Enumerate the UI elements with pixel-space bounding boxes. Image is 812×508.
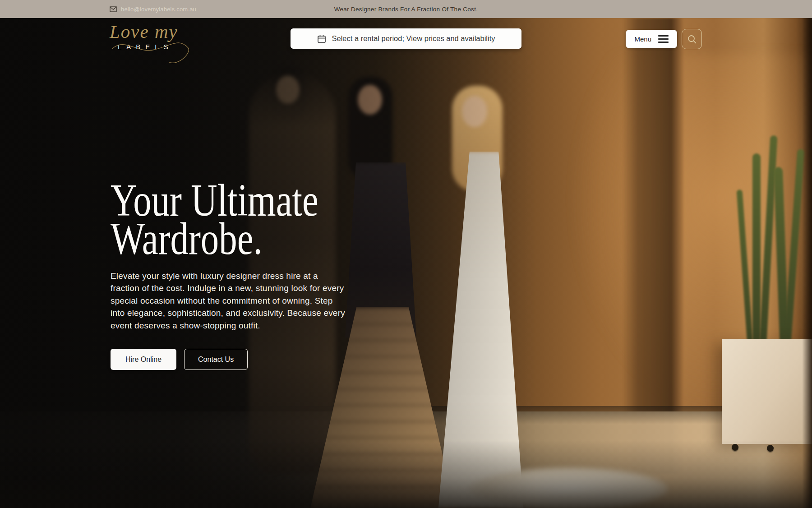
plant-stem — [752, 153, 761, 352]
rental-period-button[interactable]: Select a rental period; View prices and … — [291, 28, 521, 49]
mannequin-left-hair — [271, 67, 307, 121]
right-shadow-edge — [802, 18, 812, 508]
plant-stem — [774, 167, 789, 352]
model-right-hair — [452, 86, 503, 192]
calendar-icon — [317, 34, 326, 43]
logo[interactable]: Love my LABELS — [110, 23, 195, 51]
planter-wheel — [767, 445, 774, 452]
floor-shadow — [0, 406, 812, 424]
search-button[interactable] — [682, 29, 702, 49]
hero-section: Love my LABELS Select a rental period; V… — [0, 18, 812, 508]
page-title: Your Ultimate Wardrobe. — [111, 175, 327, 258]
cta-row: Hire Online Contact Us — [111, 349, 381, 370]
model-right-head — [462, 96, 487, 127]
topbar-tagline: Wear Designer Brands For A Fraction Of T… — [334, 0, 478, 18]
bottom-vignette — [0, 440, 812, 508]
floor — [0, 411, 812, 508]
search-icon — [687, 34, 697, 44]
hero-description: Elevate your style with luxury designer … — [111, 270, 349, 332]
menu-button[interactable]: Menu — [626, 30, 677, 48]
topbar: hello@lovemylabels.com.au Wear Designer … — [0, 0, 812, 18]
wall-light-glow — [568, 54, 812, 415]
contact-us-button[interactable]: Contact Us — [184, 349, 248, 370]
hire-online-button[interactable]: Hire Online — [111, 349, 176, 370]
model-right-gown-train — [469, 467, 668, 508]
planter-box — [722, 339, 812, 444]
hamburger-icon — [658, 35, 669, 43]
title-line-2: Wardrobe. — [111, 213, 263, 264]
hero-content: Your Ultimate Wardrobe. Elevate your sty… — [111, 175, 381, 370]
wall-corner-pillar — [623, 18, 683, 474]
header-actions: Menu — [626, 29, 702, 49]
model-center-head — [358, 85, 382, 115]
model-right-white-gown — [432, 152, 536, 508]
planter-wheel — [732, 444, 738, 451]
plant-stem — [783, 149, 804, 352]
plant-stem — [759, 135, 777, 352]
logo-flourish — [111, 36, 197, 68]
rental-period-label: Select a rental period; View prices and … — [332, 34, 495, 43]
plant-stem — [736, 189, 753, 352]
site-header: Love my LABELS Select a rental period; V… — [0, 18, 812, 69]
model-center-hair — [348, 77, 392, 180]
mannequin-left-head — [276, 76, 300, 104]
email-link[interactable]: hello@lovemylabels.com.au — [110, 0, 196, 18]
envelope-icon — [110, 6, 117, 12]
menu-label: Menu — [634, 35, 651, 43]
email-text: hello@lovemylabels.com.au — [121, 6, 196, 13]
